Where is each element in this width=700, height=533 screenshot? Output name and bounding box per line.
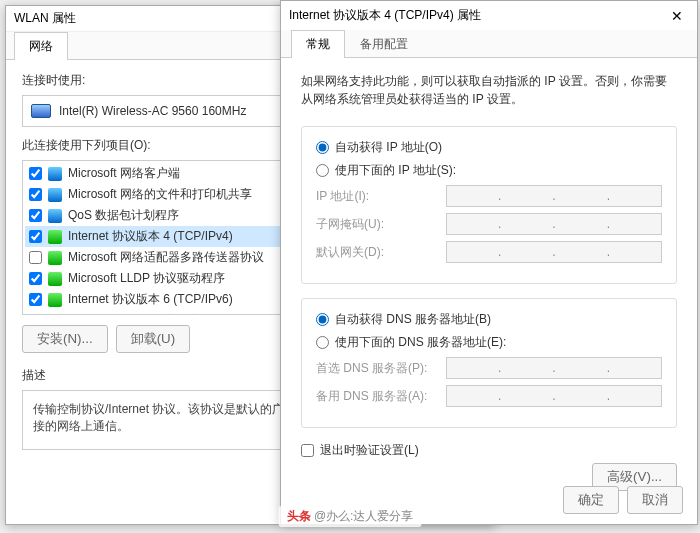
item-checkbox[interactable] — [29, 314, 42, 315]
dns1-field: 首选 DNS 服务器(P): ... — [316, 357, 662, 379]
radio-manual-ip-row[interactable]: 使用下面的 IP 地址(S): — [316, 162, 662, 179]
subnet-mask-field: 子网掩码(U): ... — [316, 213, 662, 235]
gateway-label: 默认网关(D): — [316, 244, 446, 261]
ip-address-label: IP 地址(I): — [316, 188, 446, 205]
item-checkbox[interactable] — [29, 251, 42, 264]
radio-auto-dns-row[interactable]: 自动获得 DNS 服务器地址(B) — [316, 311, 662, 328]
dns2-field: 备用 DNS 服务器(A): ... — [316, 385, 662, 407]
radio-auto-ip-row[interactable]: 自动获得 IP 地址(O) — [316, 139, 662, 156]
item-label: Internet 协议版本 4 (TCP/IPv4) — [68, 228, 233, 245]
watermark: 头条 @办么:达人爱分享 — [279, 506, 422, 527]
validate-on-exit-row[interactable]: 退出时验证设置(L) — [301, 442, 677, 459]
ipv4-body: 如果网络支持此功能，则可以获取自动指派的 IP 设置。否则，你需要从网络系统管理… — [281, 58, 697, 505]
subnet-mask-label: 子网掩码(U): — [316, 216, 446, 233]
tab-alt-config[interactable]: 备用配置 — [345, 30, 423, 58]
item-checkbox[interactable] — [29, 293, 42, 306]
radio-manual-dns[interactable] — [316, 336, 329, 349]
radio-manual-ip[interactable] — [316, 164, 329, 177]
item-label: Microsoft 网络适配器多路传送器协议 — [68, 249, 264, 266]
protocol-icon — [48, 272, 62, 286]
protocol-icon — [48, 293, 62, 307]
ipv4-properties-window: Internet 协议版本 4 (TCP/IPv4) 属性 ✕ 常规 备用配置 … — [280, 0, 698, 525]
dns-group: 自动获得 DNS 服务器地址(B) 使用下面的 DNS 服务器地址(E): 首选… — [301, 298, 677, 428]
item-label: QoS 数据包计划程序 — [68, 207, 179, 224]
install-button[interactable]: 安装(N)... — [22, 325, 108, 353]
gateway-field: 默认网关(D): ... — [316, 241, 662, 263]
intro-text: 如果网络支持此功能，则可以获取自动指派的 IP 设置。否则，你需要从网络系统管理… — [301, 72, 677, 108]
tab-network[interactable]: 网络 — [14, 32, 68, 60]
item-label: Microsoft LLDP 协议驱动程序 — [68, 270, 225, 287]
ip-group: 自动获得 IP 地址(O) 使用下面的 IP 地址(S): IP 地址(I): … — [301, 126, 677, 284]
item-label: Microsoft 网络的文件和打印机共享 — [68, 186, 252, 203]
watermark-prefix: 头条 — [287, 509, 311, 523]
dns2-label: 备用 DNS 服务器(A): — [316, 388, 446, 405]
protocol-icon — [48, 251, 62, 265]
protocol-icon — [48, 230, 62, 244]
adapter-name: Intel(R) Wireless-AC 9560 160MHz — [59, 104, 246, 118]
watermark-text: @办么:达人爱分享 — [314, 509, 414, 523]
ipv4-cancel-button[interactable]: 取消 — [627, 486, 683, 514]
ipv4-tabstrip: 常规 备用配置 — [281, 30, 697, 58]
item-label: 链路层拓扑发现响应程序 — [68, 312, 200, 315]
wlan-title: WLAN 属性 — [14, 10, 76, 27]
item-checkbox[interactable] — [29, 167, 42, 180]
ipv4-titlebar: Internet 协议版本 4 (TCP/IPv4) 属性 ✕ — [281, 1, 697, 30]
ipv4-dialog-buttons: 确定 取消 — [563, 486, 683, 514]
item-label: Microsoft 网络客户端 — [68, 165, 180, 182]
radio-manual-ip-label: 使用下面的 IP 地址(S): — [335, 162, 456, 179]
item-checkbox[interactable] — [29, 272, 42, 285]
ipv4-ok-button[interactable]: 确定 — [563, 486, 619, 514]
close-icon[interactable]: ✕ — [665, 8, 689, 24]
subnet-mask-input: ... — [446, 213, 662, 235]
radio-auto-dns-label: 自动获得 DNS 服务器地址(B) — [335, 311, 491, 328]
nic-icon — [31, 104, 51, 118]
item-checkbox[interactable] — [29, 230, 42, 243]
validate-on-exit-checkbox[interactable] — [301, 444, 314, 457]
dns1-input: ... — [446, 357, 662, 379]
item-label: Internet 协议版本 6 (TCP/IPv6) — [68, 291, 233, 308]
radio-manual-dns-label: 使用下面的 DNS 服务器地址(E): — [335, 334, 506, 351]
radio-auto-dns[interactable] — [316, 313, 329, 326]
item-checkbox[interactable] — [29, 188, 42, 201]
protocol-icon — [48, 314, 62, 316]
radio-auto-ip[interactable] — [316, 141, 329, 154]
client-icon — [48, 167, 62, 181]
client-icon — [48, 209, 62, 223]
validate-on-exit-label: 退出时验证设置(L) — [320, 442, 419, 459]
uninstall-button[interactable]: 卸载(U) — [116, 325, 191, 353]
radio-auto-ip-label: 自动获得 IP 地址(O) — [335, 139, 442, 156]
ip-address-field: IP 地址(I): ... — [316, 185, 662, 207]
dns1-label: 首选 DNS 服务器(P): — [316, 360, 446, 377]
ipv4-title: Internet 协议版本 4 (TCP/IPv4) 属性 — [289, 7, 481, 24]
gateway-input: ... — [446, 241, 662, 263]
ip-address-input: ... — [446, 185, 662, 207]
item-checkbox[interactable] — [29, 209, 42, 222]
radio-manual-dns-row[interactable]: 使用下面的 DNS 服务器地址(E): — [316, 334, 662, 351]
tab-general[interactable]: 常规 — [291, 30, 345, 58]
client-icon — [48, 188, 62, 202]
dns2-input: ... — [446, 385, 662, 407]
